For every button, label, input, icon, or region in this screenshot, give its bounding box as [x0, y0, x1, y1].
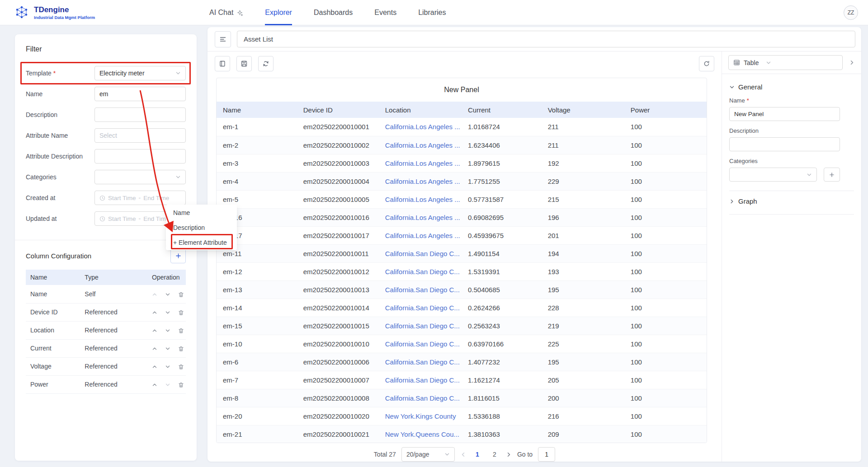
- table-row[interactable]: em-7 em202502200010007 California.San Di…: [217, 371, 707, 389]
- move-down-icon[interactable]: [165, 382, 170, 388]
- prev-page-icon[interactable]: [460, 452, 466, 458]
- goto-page-input[interactable]: [538, 447, 555, 462]
- cell-current: 1.3810363: [462, 425, 542, 443]
- nav-events[interactable]: Events: [374, 0, 396, 25]
- cell-location-link[interactable]: California.Los Angeles ...: [379, 190, 462, 208]
- move-up-icon[interactable]: [152, 328, 157, 333]
- nav-libraries[interactable]: Libraries: [418, 0, 446, 25]
- cell-location-link[interactable]: New York.Queens Cou...: [379, 425, 462, 443]
- attribute-name-select[interactable]: Select: [94, 128, 186, 143]
- table-row[interactable]: em-8 em202502200010008 California.San Di…: [217, 389, 707, 407]
- page-size-select[interactable]: 20/page: [401, 447, 455, 462]
- table-row[interactable]: em-16 em202502200010016 California.Los A…: [217, 208, 707, 226]
- description-input[interactable]: [99, 111, 181, 118]
- cell-location-link[interactable]: California.Los Angeles ...: [379, 172, 462, 190]
- sync-icon-button[interactable]: [258, 56, 274, 71]
- cell-name: em-7: [217, 371, 297, 389]
- table-row[interactable]: em-14 em202502200010014 California.San D…: [217, 299, 707, 317]
- move-down-icon[interactable]: [165, 310, 170, 315]
- menu-item-description[interactable]: Description: [166, 220, 237, 235]
- move-up-icon[interactable]: [152, 382, 157, 388]
- name-input[interactable]: [99, 90, 181, 98]
- view-type-select[interactable]: Table: [728, 55, 843, 70]
- section-graph[interactable]: Graph: [729, 197, 854, 205]
- table-row[interactable]: em-11 em202502200010011 California.San D…: [217, 244, 707, 262]
- attribute-dropdown-menu: Name Description + Element Attribute: [166, 205, 237, 250]
- nav-dashboards[interactable]: Dashboards: [314, 0, 353, 25]
- panel-name-input[interactable]: [729, 107, 840, 121]
- cell-device-id: em202502200010003: [297, 154, 379, 172]
- next-page-icon[interactable]: [506, 452, 512, 458]
- table-row[interactable]: em-21 em202502200010021 New York.Queens …: [217, 425, 707, 443]
- delete-icon[interactable]: [178, 346, 184, 352]
- move-down-icon[interactable]: [165, 292, 170, 297]
- delete-icon[interactable]: [178, 382, 184, 388]
- menu-item-name[interactable]: Name: [166, 205, 237, 220]
- move-up-icon[interactable]: [152, 310, 157, 315]
- cell-location-link[interactable]: California.Los Angeles ...: [379, 208, 462, 226]
- cell-location-link[interactable]: California.San Diego C...: [379, 353, 462, 371]
- cell-location-link[interactable]: California.San Diego C...: [379, 299, 462, 317]
- page-button-1[interactable]: 1: [472, 448, 483, 461]
- cell-current: 1.5336188: [462, 407, 542, 425]
- delete-icon[interactable]: [178, 310, 184, 316]
- brand[interactable]: TDengine Industrial Data Mgmt Platform: [14, 4, 95, 22]
- cell-location-link[interactable]: California.San Diego C...: [379, 244, 462, 262]
- panel-categories-select[interactable]: [729, 168, 817, 182]
- fields-icon-button[interactable]: [215, 56, 230, 71]
- table-row[interactable]: em-5 em202502200010005 California.Los An…: [217, 190, 707, 208]
- table-row[interactable]: em-1 em202502200010001 California.Los An…: [217, 118, 707, 136]
- created-at-range-picker[interactable]: Start Time - End Time: [94, 191, 186, 205]
- panel-description-input[interactable]: [729, 137, 840, 151]
- move-up-icon[interactable]: [152, 346, 157, 351]
- table-row[interactable]: em-13 em202502200010013 California.San D…: [217, 280, 707, 299]
- avatar[interactable]: ZZ: [844, 5, 858, 20]
- table-row[interactable]: em-4 em202502200010004 California.Los An…: [217, 172, 707, 190]
- table-row[interactable]: em-3 em202502200010003 California.Los An…: [217, 154, 707, 172]
- save-icon-button[interactable]: [236, 56, 252, 71]
- table-row[interactable]: em-6 em202502200010006 California.San Di…: [217, 353, 707, 371]
- nav-explorer[interactable]: Explorer: [265, 0, 292, 25]
- cell-location-link[interactable]: California.Los Angeles ...: [379, 118, 462, 136]
- cell-location-link[interactable]: California.San Diego C...: [379, 317, 462, 335]
- add-category-button[interactable]: [824, 168, 840, 182]
- delete-icon[interactable]: [178, 364, 184, 370]
- table-row[interactable]: em-17 em202502200010017 California.Los A…: [217, 226, 707, 244]
- table-row[interactable]: em-2 em202502200010002 California.Los An…: [217, 136, 707, 154]
- move-down-icon[interactable]: [165, 364, 170, 369]
- template-select[interactable]: Electricity meter: [94, 66, 186, 80]
- collapse-panel-icon[interactable]: [847, 58, 857, 67]
- attribute-description-input[interactable]: [99, 153, 181, 160]
- move-down-icon[interactable]: [165, 328, 170, 333]
- cell-location-link[interactable]: New York.Kings County: [379, 407, 462, 425]
- table-row[interactable]: em-12 em202502200010012 California.San D…: [217, 262, 707, 280]
- refresh-icon-button[interactable]: [699, 56, 714, 71]
- cell-location-link[interactable]: California.Los Angeles ...: [379, 226, 462, 244]
- table-row[interactable]: em-15 em202502200010015 California.San D…: [217, 317, 707, 335]
- cell-location-link[interactable]: California.San Diego C...: [379, 335, 462, 353]
- move-down-icon[interactable]: [165, 346, 170, 351]
- table-row[interactable]: em-10 em202502200010010 California.San D…: [217, 335, 707, 353]
- cell-location-link[interactable]: California.San Diego C...: [379, 389, 462, 407]
- move-up-icon[interactable]: [152, 292, 157, 297]
- panel-list-icon-button[interactable]: [215, 31, 231, 47]
- asset-list-tab[interactable]: Asset List: [237, 31, 855, 47]
- delete-icon[interactable]: [178, 292, 184, 298]
- cell-location-link[interactable]: California.San Diego C...: [379, 371, 462, 389]
- add-column-button[interactable]: [170, 248, 186, 263]
- page-button-2[interactable]: 2: [489, 448, 500, 461]
- cell-location-link[interactable]: California.San Diego C...: [379, 262, 462, 280]
- section-general[interactable]: General: [729, 83, 854, 91]
- cell-location-link[interactable]: California.San Diego C...: [379, 280, 462, 299]
- nav-ai-chat[interactable]: AI Chat: [209, 0, 243, 25]
- categories-select[interactable]: [94, 170, 186, 184]
- cell-voltage: 195: [542, 353, 624, 371]
- move-up-icon[interactable]: [152, 364, 157, 369]
- menu-item-element-attribute[interactable]: + Element Attribute: [166, 235, 237, 250]
- delete-icon[interactable]: [178, 328, 184, 334]
- cell-name: em-13: [217, 280, 297, 299]
- filter-row-categories: Categories: [26, 170, 186, 184]
- cell-location-link[interactable]: California.Los Angeles ...: [379, 154, 462, 172]
- cell-location-link[interactable]: California.Los Angeles ...: [379, 136, 462, 154]
- table-row[interactable]: em-20 em202502200010020 New York.Kings C…: [217, 407, 707, 425]
